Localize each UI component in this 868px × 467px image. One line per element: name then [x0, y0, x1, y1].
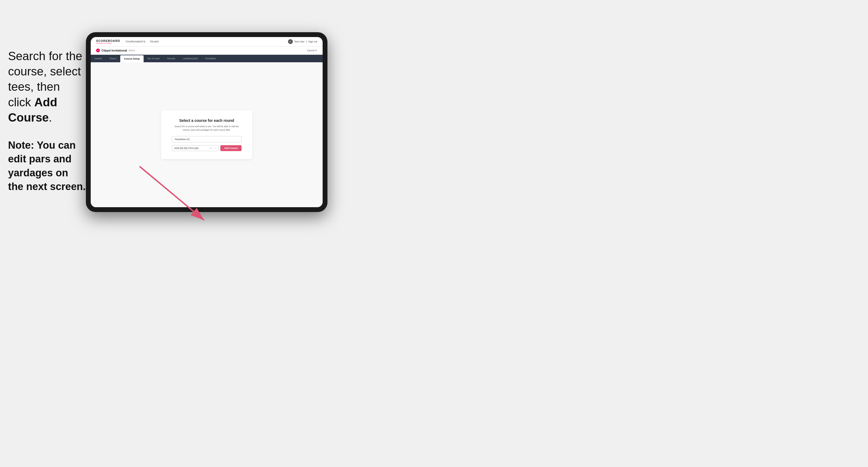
nav-right-group: R Test User | Sign out [288, 39, 317, 44]
logo-sub: Powered by clippd [96, 42, 120, 44]
course-setup-card: Select a course for each round Search fo… [161, 110, 252, 159]
tee-select-value: Gold (M) (M) (7010 yds) [174, 147, 198, 150]
logo-text: SCOREBOARD [96, 39, 120, 42]
main-instruction-text: Search for the course, select tees, then… [8, 48, 86, 125]
tab-leaderboards[interactable]: Leaderboards [179, 55, 202, 62]
tournament-gender: (Men) [129, 49, 135, 52]
tournament-header: C Clippd Invitational (Men) Cancel ✕ [91, 46, 322, 55]
tee-select-dropdown[interactable]: Gold (M) (M) (7010 yds) ✕ ⌄ [172, 145, 219, 151]
left-annotation-panel: Search for the course, select tees, then… [8, 48, 86, 193]
card-title: Select a course for each round [172, 118, 242, 123]
note-instruction-text: Note: You can edit pars and yardages on … [8, 138, 86, 193]
card-description: Search for a course and select a tee. Yo… [172, 125, 242, 132]
tournament-title-row: C Clippd Invitational (Men) [96, 49, 135, 52]
tab-details[interactable]: Details [91, 55, 106, 62]
nav-left-group: SCOREBOARD Powered by clippd TOURNAMENTS… [96, 39, 159, 44]
tablet-screen: SCOREBOARD Powered by clippd TOURNAMENTS… [91, 37, 322, 207]
nav-teams[interactable]: TEAMS [150, 40, 159, 43]
tee-chevron-icon[interactable]: ⌄ [214, 147, 216, 150]
tab-tee-groups[interactable]: Tee Groups [144, 55, 164, 62]
tab-teams[interactable]: Teams [106, 55, 121, 62]
course-search-wrapper [172, 136, 242, 143]
nav-tournaments[interactable]: TOURNAMENTS [125, 40, 146, 43]
tee-select-row: Gold (M) (M) (7010 yds) ✕ ⌄ Add Course [172, 145, 242, 151]
tab-printables[interactable]: Printables [202, 55, 220, 62]
tab-course-setup[interactable]: Course Setup [120, 55, 144, 62]
nav-separator: | [306, 40, 307, 43]
tee-clear-icon[interactable]: ✕ [210, 147, 212, 150]
add-course-button[interactable]: Add Course [220, 145, 242, 151]
tablet-device: SCOREBOARD Powered by clippd TOURNAMENTS… [86, 32, 328, 212]
tournament-icon: C [96, 49, 100, 52]
main-content-area: Select a course for each round Search fo… [91, 62, 322, 207]
nav-links: TOURNAMENTS TEAMS [125, 40, 159, 43]
logo-area: SCOREBOARD Powered by clippd [96, 39, 120, 44]
tournament-name: Clippd Invitational [101, 49, 127, 52]
top-navigation: SCOREBOARD Powered by clippd TOURNAMENTS… [91, 37, 322, 46]
course-search-input[interactable] [172, 136, 242, 143]
user-name: Test User [294, 40, 305, 43]
tab-bar: Details Teams Course Setup Tee Groups Re… [91, 55, 322, 62]
user-avatar: R [288, 39, 293, 44]
tab-results[interactable]: Results [163, 55, 179, 62]
cancel-button[interactable]: Cancel ✕ [307, 49, 317, 52]
sign-out-link[interactable]: Sign out [308, 40, 317, 43]
